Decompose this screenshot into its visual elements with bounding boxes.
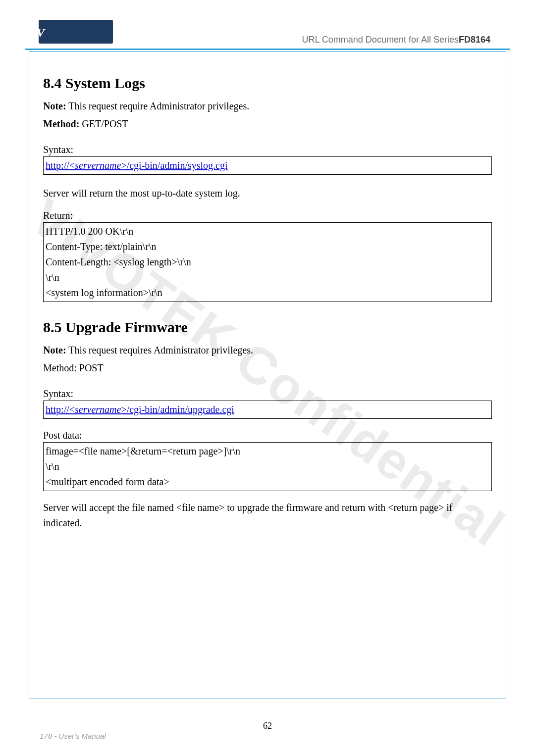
content-frame: VIVOTEK Confidential 8.4 System Logs Not… <box>29 51 506 699</box>
note-label: Note: <box>43 345 66 355</box>
note-label: Note: <box>43 101 66 111</box>
section-heading-system-logs: 8.4 System Logs <box>43 75 492 92</box>
brand-logo-letter: V <box>37 26 45 40</box>
url-server: servername <box>75 404 121 415</box>
page-header-title: URL Command Document for All SeriesFD816… <box>302 35 491 45</box>
header-model: FD8164 <box>459 35 490 45</box>
upgrade-postdata-box: fimage=<file name>[&return=<return page>… <box>43 442 492 491</box>
url-prefix: http://< <box>46 404 75 415</box>
return-line: <system log information>\r\n <box>46 285 489 301</box>
note-text: This request require Administrator privi… <box>66 101 250 111</box>
post-line: <multipart encoded form data> <box>46 474 489 490</box>
upgrade-note: Note: This request requires Administrato… <box>43 343 492 357</box>
return-line: \r\n <box>46 270 489 285</box>
upgrade-footer-text: Server will accept the file named <file … <box>43 500 492 531</box>
system-logs-syntax-label: Syntax: <box>43 144 492 155</box>
url-server: servername <box>75 160 121 171</box>
upgrade-method: Method: POST <box>43 360 492 375</box>
post-line: \r\n <box>46 459 489 474</box>
url-suffix: >/cgi-bin/admin/syslog.cgi <box>121 160 227 171</box>
system-logs-syntax-url[interactable]: http://<servername>/cgi-bin/admin/syslog… <box>46 160 228 171</box>
header-title-prefix: URL Command Document for All Series <box>302 35 459 45</box>
method-label: Method: <box>43 118 79 129</box>
footer-left: 178 - User's Manual <box>40 732 106 740</box>
section-heading-upgrade-firmware: 8.5 Upgrade Firmware <box>43 319 492 336</box>
system-logs-method: Method: GET/POST <box>43 116 492 131</box>
url-prefix: http://< <box>46 160 75 171</box>
method-value: GET/POST <box>79 118 128 129</box>
return-line: Content-Type: text/plain\r\n <box>46 239 489 254</box>
note-text: This request requires Administrator priv… <box>66 345 253 355</box>
upgrade-postdata-label: Post data: <box>43 430 492 441</box>
system-logs-description: Server will return the most up-to-date s… <box>43 186 492 201</box>
upgrade-syntax-label: Syntax: <box>43 388 492 400</box>
upgrade-syntax-box: http://<servername>/cgi-bin/admin/upgrad… <box>43 401 492 419</box>
upgrade-syntax-url[interactable]: http://<servername>/cgi-bin/admin/upgrad… <box>46 404 234 415</box>
header-divider <box>25 49 510 50</box>
system-logs-syntax-box: http://<servername>/cgi-bin/admin/syslog… <box>43 156 492 175</box>
footer-page-number: 62 <box>0 721 535 731</box>
return-line: HTTP/1.0 200 OK\r\n <box>46 224 489 239</box>
post-line: fimage=<file name>[&return=<return page>… <box>46 444 489 459</box>
system-logs-return-label: Return: <box>43 210 492 221</box>
system-logs-note: Note: This request require Administrator… <box>43 99 492 113</box>
return-line: Content-Length: <syslog length>\r\n <box>46 254 489 270</box>
url-suffix: >/cgi-bin/admin/upgrade.cgi <box>121 404 234 415</box>
brand-logo <box>39 20 113 44</box>
system-logs-return-box: HTTP/1.0 200 OK\r\n Content-Type: text/p… <box>43 222 492 302</box>
